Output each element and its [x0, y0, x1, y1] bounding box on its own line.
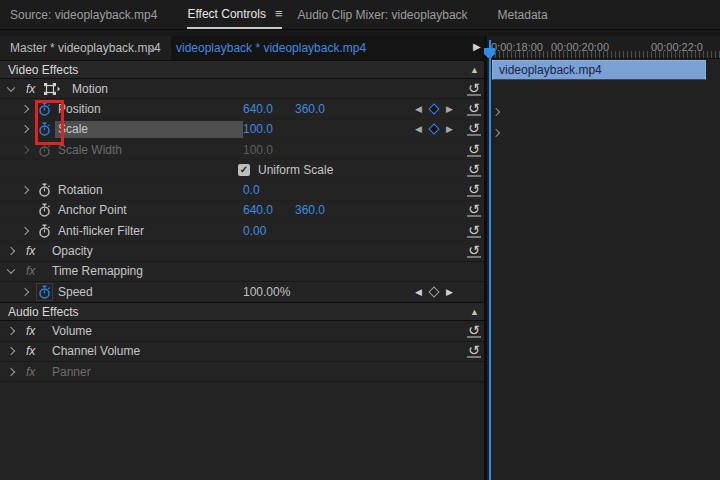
section-title: Video Effects — [8, 63, 78, 77]
reset-property-button[interactable]: ↺ — [467, 184, 481, 197]
uniform-scale-checkbox[interactable]: ✓ — [238, 164, 250, 176]
keyframe-track-chevron-icon[interactable] — [492, 108, 500, 116]
effects-list: Video Effects ▲ fx Motion ↺ Position 640… — [0, 60, 484, 382]
effect-label: Time Remapping — [52, 264, 143, 278]
time-remapping-effect-row[interactable]: fx Time Remapping — [0, 262, 484, 282]
effect-label: Channel Volume — [52, 344, 140, 358]
next-keyframe-button[interactable]: ▶ — [446, 104, 453, 113]
expand-chevron-icon[interactable] — [21, 186, 29, 194]
next-keyframe-button[interactable]: ▶ — [446, 125, 453, 134]
rotation-value[interactable]: 0.0 — [243, 183, 260, 197]
volume-effect-row[interactable]: fx Volume ↺ — [0, 321, 484, 341]
expand-chevron-icon[interactable] — [7, 247, 15, 255]
expand-chevron-icon[interactable] — [7, 347, 15, 355]
reset-property-button[interactable]: ↺ — [467, 143, 481, 156]
tab-effect-controls-label: Effect Controls — [187, 7, 265, 21]
next-keyframe-button[interactable]: ▶ — [446, 287, 453, 296]
tab-source[interactable]: Source: videoplayback.mp4 — [10, 0, 157, 29]
position-y-value[interactable]: 360.0 — [295, 102, 325, 116]
toggle-animation-stopwatch-icon[interactable] — [38, 183, 51, 197]
uniform-scale-row[interactable]: ✓ Uniform Scale ↺ — [0, 160, 484, 180]
keyframe-track-chevron-icon[interactable] — [492, 129, 500, 137]
playhead-line[interactable] — [489, 40, 491, 480]
previous-keyframe-button[interactable]: ◀ — [415, 287, 422, 296]
master-clip-label[interactable]: Master * videoplayback.mp4 — [0, 36, 171, 60]
reset-property-button[interactable]: ↺ — [467, 204, 481, 217]
ruler-ticks — [487, 51, 720, 58]
sequence-clip-label[interactable]: videoplayback * videoplayback.mp4 — [176, 36, 366, 60]
playhead-marker[interactable] — [484, 48, 496, 60]
collapse-chevron-icon[interactable] — [7, 266, 15, 274]
annotation-highlight-box — [35, 100, 64, 145]
rotation-property-row[interactable]: Rotation 0.0 ↺ — [0, 180, 484, 200]
reset-effect-button[interactable]: ↺ — [467, 324, 481, 337]
scale-property-row[interactable]: Scale 100.0 ◀ ▶ ↺ — [0, 120, 484, 140]
property-label: Rotation — [58, 183, 103, 197]
effect-label: Opacity — [52, 244, 93, 258]
motion-effect-row[interactable]: fx Motion ↺ — [0, 79, 484, 99]
panel-menu-icon[interactable]: ≡ — [275, 6, 282, 21]
toggle-animation-stopwatch-icon[interactable] — [38, 285, 51, 299]
anchor-x-value[interactable]: 640.0 — [243, 203, 273, 217]
reset-effect-button[interactable]: ↺ — [467, 82, 481, 95]
tab-audio-clip-mixer[interactable]: Audio Clip Mixer: videoplayback — [298, 0, 468, 29]
expand-chevron-icon[interactable] — [7, 367, 15, 375]
reset-property-button[interactable]: ↺ — [467, 102, 481, 115]
speed-value[interactable]: 100.00% — [243, 285, 290, 299]
fx-icon: fx — [26, 264, 35, 278]
effects-timeline-panel: 0:00:18:00 00:00:20:00 00:00:22:0 videop… — [487, 36, 720, 480]
toggle-timeline-view-button[interactable]: ▶ — [473, 41, 481, 52]
scale-value[interactable]: 100.0 — [243, 122, 273, 136]
add-remove-keyframe-button[interactable] — [428, 124, 439, 135]
reset-effect-button[interactable]: ↺ — [467, 245, 481, 258]
add-remove-keyframe-button[interactable] — [428, 286, 439, 297]
tab-audio-clip-mixer-label: Audio Clip Mixer: videoplayback — [298, 8, 468, 22]
check-icon: ✓ — [240, 164, 248, 174]
effect-label: Panner — [52, 365, 91, 379]
property-label: Scale Width — [58, 143, 122, 157]
timeline-clip-bar[interactable]: videoplayback.mp4 — [492, 60, 706, 80]
anti-flicker-value[interactable]: 0.00 — [243, 224, 266, 238]
video-effects-header[interactable]: Video Effects ▲ — [0, 60, 484, 79]
previous-keyframe-button[interactable]: ◀ — [415, 104, 422, 113]
anchor-y-value[interactable]: 360.0 — [295, 203, 325, 217]
collapse-section-icon[interactable]: ▲ — [470, 307, 479, 317]
speed-property-row[interactable]: Speed 100.00% ◀ ▶ — [0, 282, 484, 302]
expand-chevron-icon[interactable] — [7, 327, 15, 335]
anchor-point-property-row[interactable]: Anchor Point 640.0 360.0 ↺ — [0, 201, 484, 221]
position-property-row[interactable]: Position 640.0 360.0 ◀ ▶ ↺ — [0, 99, 484, 119]
opacity-effect-row[interactable]: fx Opacity ↺ — [0, 241, 484, 261]
section-title: Audio Effects — [8, 305, 79, 319]
scale-width-value: 100.0 — [243, 143, 273, 157]
position-x-value[interactable]: 640.0 — [243, 102, 273, 116]
reset-effect-button[interactable]: ↺ — [467, 345, 481, 358]
toggle-animation-stopwatch-icon[interactable] — [38, 224, 51, 238]
add-remove-keyframe-button[interactable] — [428, 103, 439, 114]
anti-flicker-property-row[interactable]: Anti-flicker Filter 0.00 ↺ — [0, 221, 484, 241]
expand-chevron-icon[interactable] — [21, 105, 29, 113]
reset-property-button[interactable]: ↺ — [467, 163, 481, 176]
fx-icon: fx — [26, 324, 35, 338]
panner-effect-row[interactable]: fx Panner — [0, 362, 484, 382]
reset-property-button[interactable]: ↺ — [467, 123, 481, 136]
channel-volume-effect-row[interactable]: fx Channel Volume ↺ — [0, 342, 484, 362]
tab-metadata[interactable]: Metadata — [498, 0, 548, 29]
time-ruler[interactable]: 0:00:18:00 00:00:20:00 00:00:22:0 — [487, 36, 720, 59]
expand-chevron-icon — [21, 145, 29, 153]
property-label: Anti-flicker Filter — [58, 224, 144, 238]
scale-width-property-row: Scale Width 100.0 ↺ — [0, 140, 484, 160]
checkbox-label: Uniform Scale — [258, 163, 333, 177]
previous-keyframe-button[interactable]: ◀ — [415, 125, 422, 134]
collapse-section-icon[interactable]: ▲ — [470, 65, 479, 75]
audio-effects-header[interactable]: Audio Effects ▲ — [0, 302, 484, 321]
clip-selector-row: Master * videoplayback.mp4 videoplayback… — [0, 36, 484, 61]
expand-chevron-icon[interactable] — [21, 287, 29, 295]
property-label: Speed — [58, 285, 93, 299]
effect-label: Volume — [52, 324, 92, 338]
toggle-animation-stopwatch-icon[interactable] — [38, 203, 51, 217]
expand-chevron-icon[interactable] — [21, 226, 29, 234]
reset-property-button[interactable]: ↺ — [467, 224, 481, 237]
tab-effect-controls[interactable]: Effect Controls ≡ — [187, 0, 281, 29]
collapse-chevron-icon[interactable] — [7, 83, 15, 91]
expand-chevron-icon[interactable] — [21, 125, 29, 133]
